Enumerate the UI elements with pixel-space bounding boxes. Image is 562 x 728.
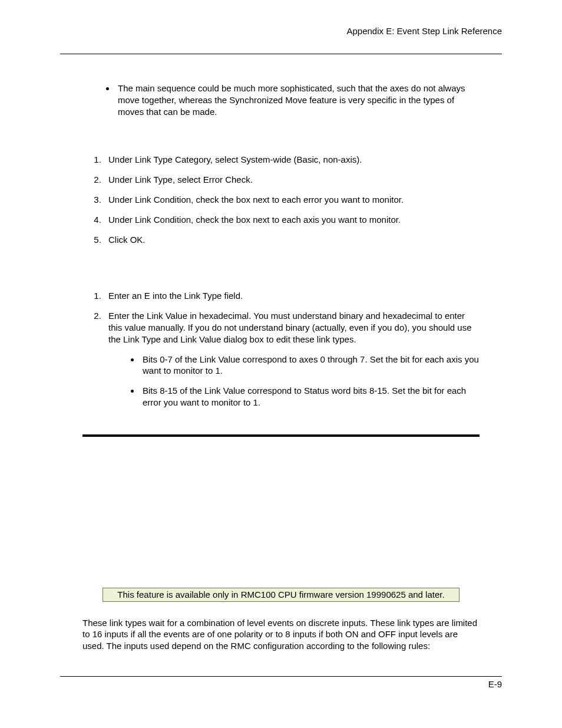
description-paragraph: These link types wait for a combination … xyxy=(82,617,480,652)
sub-bullet: Bits 0-7 of the Link Value correspond to… xyxy=(140,354,480,377)
step: Click OK. xyxy=(104,234,480,246)
step: Enter an E into the Link Type field. xyxy=(104,290,480,302)
steps-list-2: Enter an E into the Link Type field. Ent… xyxy=(82,290,480,408)
step: Under Link Condition, check the box next… xyxy=(104,194,480,206)
step: Under Link Type Category, select System-… xyxy=(104,154,480,166)
sub-bullet: Bits 8-15 of the Link Value correspond t… xyxy=(140,385,480,409)
page-footer: E-9 xyxy=(60,676,502,689)
page-header: Appendix E: Event Step Link Reference xyxy=(60,26,502,36)
sub-bullets: Bits 0-7 of the Link Value correspond to… xyxy=(108,354,480,409)
steps-list-1: Under Link Type Category, select System-… xyxy=(82,154,480,245)
step-text: Enter the Link Value in hexadecimal. You… xyxy=(108,311,471,344)
intro-bullet-item: The main sequence could be much more sop… xyxy=(115,83,480,117)
availability-note: This feature is available only in RMC100… xyxy=(103,588,459,602)
step: Under Link Type, select Error Check. xyxy=(104,174,480,186)
footer-rule xyxy=(60,676,502,677)
step: Enter the Link Value in hexadecimal. You… xyxy=(104,310,480,409)
page-number: E-9 xyxy=(60,679,502,689)
step: Under Link Condition, check the box next… xyxy=(104,214,480,226)
intro-bullets: The main sequence could be much more sop… xyxy=(82,83,480,117)
